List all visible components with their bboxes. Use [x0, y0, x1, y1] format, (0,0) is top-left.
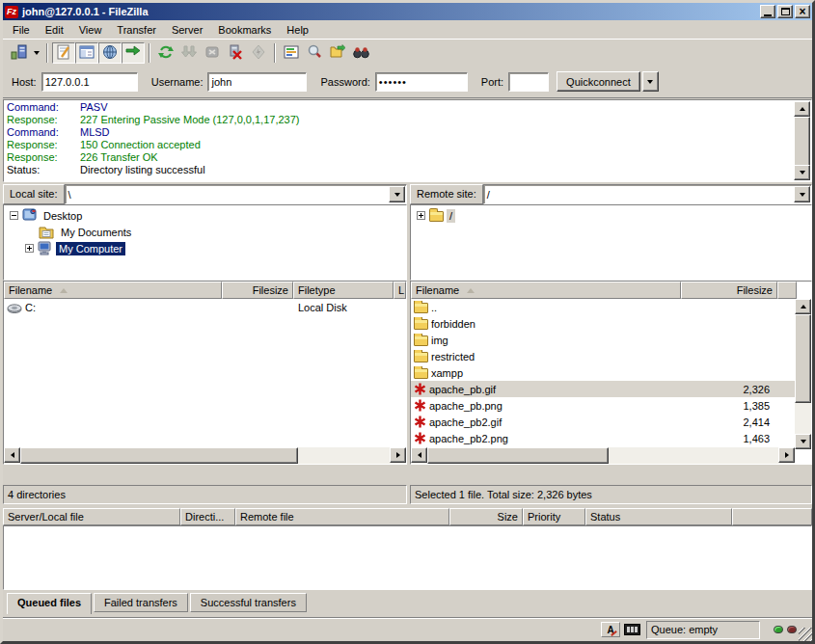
toggle-message-log-button[interactable] [52, 42, 75, 64]
tab-failed-transfers[interactable]: Failed transfers [94, 593, 188, 612]
site-manager-dropdown[interactable] [30, 42, 42, 64]
username-input[interactable]: john [207, 72, 307, 92]
scroll-up-icon[interactable] [794, 101, 810, 117]
remote-hscrollbar-thumb[interactable] [427, 447, 609, 464]
tree-item-my-documents[interactable]: My Documents [4, 224, 406, 240]
local-column-filename[interactable]: Filename [4, 282, 222, 299]
remote-column-filesize[interactable]: Filesize [681, 282, 777, 299]
image-file-icon [414, 399, 426, 412]
find-files-button[interactable] [349, 42, 372, 64]
menu-server[interactable]: Server [164, 22, 210, 38]
title-bar[interactable]: Fz john@127.0.0.1 - FileZilla × [3, 3, 812, 20]
remote-list-body[interactable]: .. forbidden img restricted xampp [411, 299, 795, 463]
port-input[interactable] [508, 72, 549, 92]
queue-column-status[interactable]: Status [585, 508, 732, 525]
tree-item-desktop[interactable]: Desktop [4, 207, 406, 224]
local-site-combo[interactable]: \ [65, 184, 407, 204]
menu-file[interactable]: File [5, 22, 38, 38]
local-site-dropdown[interactable] [389, 186, 405, 202]
synchronized-browsing-button[interactable] [326, 42, 349, 64]
host-input[interactable]: 127.0.0.1 [41, 72, 138, 92]
local-list-body[interactable]: C: Local Disk [4, 299, 406, 315]
local-hscrollbar[interactable] [4, 447, 406, 464]
local-column-filesize[interactable]: Filesize [222, 282, 293, 299]
remote-file-row[interactable]: restricted [411, 348, 795, 364]
remote-vscrollbar[interactable] [795, 299, 811, 449]
message-log[interactable]: Command:PASV Response:227 Entering Passi… [3, 99, 812, 182]
remote-file-row[interactable]: xampp [411, 364, 795, 381]
process-queue-button[interactable] [177, 42, 201, 64]
maximize-icon [781, 8, 790, 15]
remote-file-row[interactable]: forbidden [411, 315, 795, 332]
queue-body[interactable] [3, 525, 812, 590]
tab-successful-transfers[interactable]: Successful transfers [190, 593, 307, 612]
tree-item-root[interactable]: / [411, 207, 811, 224]
local-column-filetype[interactable]: Filetype [293, 282, 394, 299]
remote-file-row[interactable]: apache_pb2.gif 2,414 [411, 414, 795, 430]
local-column-lastmodified[interactable]: L [394, 282, 406, 299]
data-type-icon[interactable]: A [601, 622, 620, 637]
close-button[interactable]: × [795, 5, 810, 18]
scroll-down-icon[interactable] [794, 165, 810, 180]
cancel-button[interactable] [201, 42, 224, 64]
reconnect-button[interactable] [247, 42, 270, 64]
queue-column-priority[interactable]: Priority [523, 508, 585, 525]
expand-icon[interactable] [417, 211, 425, 220]
remote-file-row[interactable]: img [411, 332, 795, 348]
remote-file-row-selected[interactable]: apache_pb.gif 2,326 [411, 381, 795, 397]
toggle-local-tree-button[interactable] [75, 42, 98, 64]
menu-view[interactable]: View [71, 22, 110, 38]
maximize-button[interactable] [777, 5, 793, 18]
remote-file-list[interactable]: Filename Filesize .. forbidden img [410, 281, 812, 465]
queue-column-direction[interactable]: Directi... [180, 508, 235, 525]
toggle-remote-tree-button[interactable] [98, 42, 122, 64]
scroll-right-icon[interactable] [390, 447, 406, 463]
expand-icon[interactable] [25, 244, 34, 253]
local-file-row[interactable]: C: Local Disk [4, 299, 406, 315]
tree-item-my-computer[interactable]: My Computer [4, 240, 406, 256]
indicator-badge-icon[interactable] [624, 624, 640, 635]
queue-tabs: Queued files Failed transfers Successful… [3, 593, 812, 616]
scroll-up-icon[interactable] [795, 299, 811, 314]
filter-button[interactable] [280, 42, 303, 64]
menu-bookmarks[interactable]: Bookmarks [210, 22, 279, 38]
remote-file-row[interactable]: apache_pb2.png 1,463 [411, 430, 795, 446]
remote-tree[interactable]: / [410, 204, 812, 281]
quickconnect-dropdown[interactable] [642, 71, 659, 92]
remote-vscrollbar-thumb[interactable] [795, 314, 811, 403]
toggle-queue-button[interactable] [122, 42, 145, 64]
remote-hscrollbar[interactable] [411, 447, 795, 464]
directory-comparison-button[interactable] [303, 42, 326, 64]
quickconnect-dropdown-icon [647, 80, 653, 84]
remote-column-filename[interactable]: Filename [411, 282, 681, 299]
remote-file-row[interactable]: .. [411, 299, 795, 315]
local-tree[interactable]: Desktop My Documents My Computer [3, 204, 407, 281]
refresh-button[interactable] [154, 42, 177, 64]
queue-column-remote-file[interactable]: Remote file [235, 508, 449, 525]
scroll-left-icon[interactable] [411, 447, 427, 463]
scroll-left-icon[interactable] [4, 447, 20, 463]
collapse-icon[interactable] [10, 211, 18, 220]
password-input[interactable]: •••••• [375, 72, 468, 92]
log-scrollbar[interactable] [794, 101, 810, 180]
log-scrollbar-thumb[interactable] [794, 117, 810, 167]
disconnect-button[interactable] [224, 42, 247, 64]
remote-site-dropdown[interactable] [794, 186, 810, 202]
resize-grip[interactable] [799, 628, 812, 641]
quickconnect-button[interactable]: Quickconnect [557, 71, 640, 92]
tab-queued-files[interactable]: Queued files [7, 593, 92, 614]
local-file-list[interactable]: Filename Filesize Filetype L C: Local Di… [3, 281, 407, 465]
remote-file-row[interactable]: apache_pb.png 1,385 [411, 397, 795, 414]
scroll-right-icon[interactable] [778, 447, 795, 463]
site-manager-button[interactable] [7, 42, 30, 64]
scroll-down-icon[interactable] [795, 434, 811, 449]
menu-edit[interactable]: Edit [38, 22, 71, 38]
queue-column-server-local-file[interactable]: Server/Local file [3, 508, 180, 525]
minimize-button[interactable] [760, 5, 775, 18]
local-hscrollbar-thumb[interactable] [20, 447, 298, 464]
toolbar-separator [149, 43, 150, 63]
menu-transfer[interactable]: Transfer [109, 22, 164, 38]
queue-column-size[interactable]: Size [449, 508, 523, 525]
menu-help[interactable]: Help [279, 22, 316, 38]
remote-site-combo[interactable]: / [483, 184, 812, 204]
